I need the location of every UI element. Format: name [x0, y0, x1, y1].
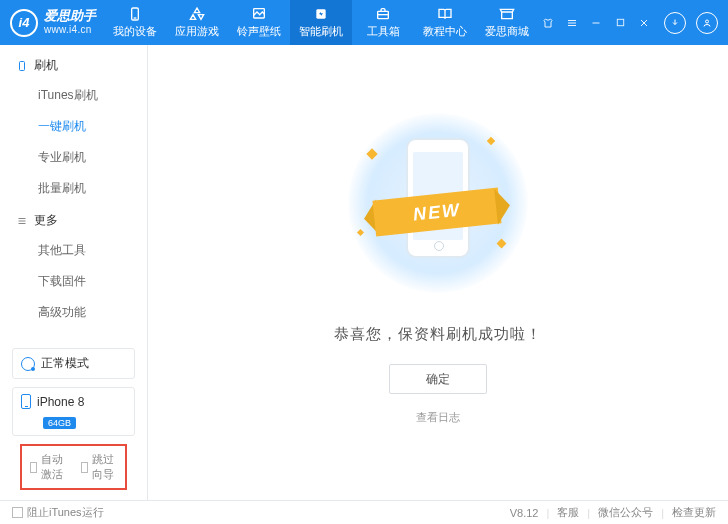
checkbox-icon — [81, 462, 88, 473]
footer: 阻止iTunes运行 V8.12 | 客服 | 微信公众号 | 检查更新 — [0, 500, 728, 524]
nav-ringtone[interactable]: 铃声壁纸 — [228, 0, 290, 45]
sidebar-item-download-fw[interactable]: 下载固件 — [16, 266, 131, 297]
sidebar-header-flash: 刷机 — [16, 57, 131, 74]
sidebar-item-advanced[interactable]: 高级功能 — [16, 297, 131, 328]
phone-icon — [126, 6, 144, 22]
minimize-button[interactable] — [586, 13, 606, 33]
nav-tutorial[interactable]: 教程中心 — [414, 0, 476, 45]
nav-label: 铃声壁纸 — [237, 24, 281, 39]
top-nav: 我的设备 应用游戏 铃声壁纸 智能刷机 工具箱 教程中心 爱思商城 — [104, 0, 538, 45]
nav-flash[interactable]: 智能刷机 — [290, 0, 352, 45]
version-label: V8.12 — [510, 507, 539, 519]
nav-label: 智能刷机 — [299, 24, 343, 39]
device-storage-badge: 64GB — [43, 417, 76, 429]
sidebar-item-itunes[interactable]: iTunes刷机 — [16, 80, 131, 111]
ok-button[interactable]: 确定 — [389, 364, 487, 394]
close-button[interactable] — [634, 13, 654, 33]
checkbox-icon — [12, 507, 23, 518]
app-icon — [188, 6, 206, 22]
checkbox-label: 自动激活 — [41, 452, 66, 482]
brand-url: www.i4.cn — [44, 24, 96, 36]
checkbox-label: 阻止iTunes运行 — [27, 505, 104, 520]
svg-rect-10 — [617, 19, 623, 25]
nav-label: 我的设备 — [113, 24, 157, 39]
check-update-link[interactable]: 检查更新 — [672, 505, 716, 520]
support-link[interactable]: 客服 — [557, 505, 579, 520]
nav-apps[interactable]: 应用游戏 — [166, 0, 228, 45]
device-icon — [16, 60, 28, 72]
mode-box[interactable]: 正常模式 — [12, 348, 135, 379]
mode-label: 正常模式 — [41, 355, 89, 372]
toolbox-icon — [374, 6, 392, 22]
phone-small-icon — [21, 394, 31, 409]
new-ribbon: NEW — [362, 190, 512, 234]
tshirt-icon[interactable] — [538, 13, 558, 33]
download-button[interactable] — [664, 12, 686, 34]
nav-store[interactable]: 爱思商城 — [476, 0, 538, 45]
flash-icon — [312, 6, 330, 22]
nav-label: 工具箱 — [367, 24, 400, 39]
sidebar-header-label: 更多 — [34, 212, 58, 229]
nav-label: 应用游戏 — [175, 24, 219, 39]
checkbox-label: 跳过向导 — [92, 452, 117, 482]
store-icon — [498, 6, 516, 22]
logo[interactable]: i4 爱思助手 www.i4.cn — [10, 9, 104, 37]
device-name: iPhone 8 — [37, 395, 84, 409]
checkbox-icon — [30, 462, 37, 473]
checkbox-skip-guide[interactable]: 跳过向导 — [81, 452, 118, 482]
nav-my-device[interactable]: 我的设备 — [104, 0, 166, 45]
svg-point-13 — [706, 20, 709, 23]
device-box[interactable]: iPhone 8 64GB — [12, 387, 135, 436]
brand-name: 爱思助手 — [44, 9, 96, 24]
checkbox-auto-activate[interactable]: 自动激活 — [30, 452, 67, 482]
view-log-link[interactable]: 查看日志 — [416, 410, 460, 425]
sidebar: 刷机 iTunes刷机 一键刷机 专业刷机 批量刷机 更多 其他工具 下载固件 … — [0, 45, 148, 500]
menu-icon[interactable] — [562, 13, 582, 33]
nav-label: 教程中心 — [423, 24, 467, 39]
title-bar: i4 爱思助手 www.i4.cn 我的设备 应用游戏 铃声壁纸 智能刷机 工具… — [0, 0, 728, 45]
maximize-button[interactable] — [610, 13, 630, 33]
mode-icon — [21, 357, 35, 371]
success-illustration: NEW — [338, 110, 538, 295]
sidebar-item-othertools[interactable]: 其他工具 — [16, 235, 131, 266]
sidebar-item-onekey[interactable]: 一键刷机 — [16, 111, 131, 142]
checkbox-highlight: 自动激活 跳过向导 — [20, 444, 127, 490]
window-controls — [538, 12, 718, 34]
user-button[interactable] — [696, 12, 718, 34]
checkbox-block-itunes[interactable]: 阻止iTunes运行 — [12, 505, 104, 520]
main-content: NEW 恭喜您，保资料刷机成功啦！ 确定 查看日志 — [148, 45, 728, 500]
nav-toolbox[interactable]: 工具箱 — [352, 0, 414, 45]
sidebar-header-label: 刷机 — [34, 57, 58, 74]
wechat-link[interactable]: 微信公众号 — [598, 505, 653, 520]
sidebar-item-pro[interactable]: 专业刷机 — [16, 142, 131, 173]
ribbon-text: NEW — [372, 188, 501, 237]
wallpaper-icon — [250, 6, 268, 22]
sidebar-header-more: 更多 — [16, 212, 131, 229]
logo-icon: i4 — [10, 9, 38, 37]
sidebar-item-batch[interactable]: 批量刷机 — [16, 173, 131, 204]
book-icon — [436, 6, 454, 22]
success-message: 恭喜您，保资料刷机成功啦！ — [334, 325, 542, 344]
svg-rect-14 — [20, 61, 25, 70]
nav-label: 爱思商城 — [485, 24, 529, 39]
list-icon — [16, 215, 28, 227]
